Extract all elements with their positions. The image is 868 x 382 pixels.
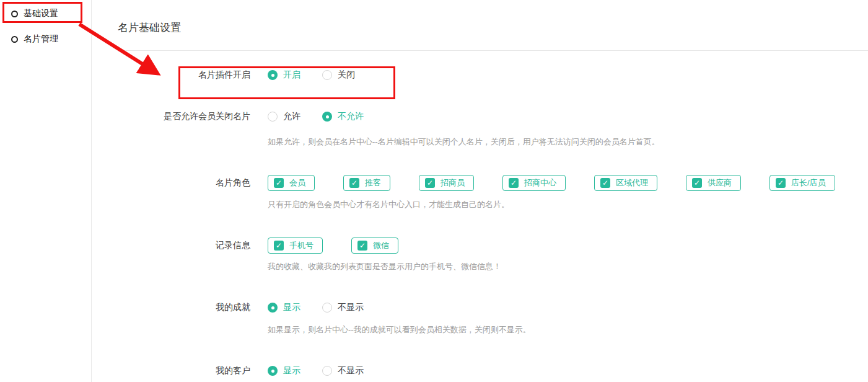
checkbox-option[interactable]: ✓会员 <box>268 175 315 191</box>
help-text: 我的收藏、收藏我的列表页面是否显示用户的手机号、微信信息！ <box>268 261 501 272</box>
checkbox-label: 推客 <box>365 177 381 189</box>
radio-option[interactable]: 不允许 <box>322 111 364 122</box>
checkbox-option[interactable]: ✓供应商 <box>686 175 741 191</box>
radio-label: 开启 <box>283 69 300 81</box>
radio-group: 显示不显示 <box>268 302 385 313</box>
sidebar-item-card-management[interactable]: 名片管理 <box>11 32 58 46</box>
sidebar: 基础设置 名片管理 <box>0 0 92 382</box>
field-label: 是否允许会员关闭名片 <box>118 111 250 122</box>
page-title: 名片基础设置 <box>118 20 181 35</box>
radio-option[interactable]: 显示 <box>268 302 300 313</box>
help-text: 只有开启的角色会员中心才有名片中心入口，才能生成自己的名片。 <box>268 199 509 210</box>
page: 基础设置 名片管理 名片基础设置 名片插件开启开启关闭是否允许会员关闭名片允许不… <box>0 0 868 382</box>
checkbox-checked-icon: ✓ <box>274 178 284 188</box>
checkbox-group: ✓手机号✓微信 <box>268 238 427 254</box>
radio-icon <box>268 303 278 313</box>
checkbox-option[interactable]: ✓区域代理 <box>594 175 657 191</box>
radio-icon <box>322 303 332 313</box>
radio-option[interactable]: 关闭 <box>322 69 355 81</box>
radio-option[interactable]: 开启 <box>268 69 300 81</box>
help-text: 如果显示，则名片中心--我的成就可以看到会员相关数据，关闭则不显示。 <box>268 324 531 335</box>
checkbox-checked-icon: ✓ <box>692 178 702 188</box>
form-row: 我的成就显示不显示 <box>118 300 385 316</box>
radio-icon <box>268 112 278 122</box>
checkbox-checked-icon: ✓ <box>509 178 519 188</box>
radio-icon <box>322 366 332 376</box>
radio-icon <box>268 70 278 80</box>
field-label: 我的成就 <box>118 302 250 313</box>
checkbox-checked-icon: ✓ <box>357 241 367 251</box>
form-row: 名片角色✓会员✓推客✓招商员✓招商中心✓区域代理✓供应商✓店长/店员 <box>118 175 864 191</box>
radio-label: 显示 <box>283 302 300 313</box>
checkbox-group: ✓会员✓推客✓招商员✓招商中心✓区域代理✓供应商✓店长/店员 <box>268 175 864 191</box>
sidebar-item-label: 基础设置 <box>24 8 58 19</box>
radio-icon <box>322 112 332 122</box>
radio-option[interactable]: 显示 <box>268 365 300 376</box>
field-label: 记录信息 <box>118 240 250 251</box>
title-divider <box>118 50 868 51</box>
field-label: 名片插件开启 <box>118 69 250 81</box>
checkbox-option[interactable]: ✓推客 <box>343 175 390 191</box>
radio-label: 显示 <box>283 365 300 376</box>
radio-option[interactable]: 不显示 <box>322 302 364 313</box>
checkbox-option[interactable]: ✓招商中心 <box>502 175 566 191</box>
radio-icon <box>322 70 332 80</box>
checkbox-label: 招商员 <box>441 177 465 189</box>
checkbox-option[interactable]: ✓微信 <box>351 238 398 254</box>
checkbox-checked-icon: ✓ <box>600 178 610 188</box>
sidebar-item-basic-settings[interactable]: 基础设置 <box>11 7 58 20</box>
help-text: 如果允许，则会员在名片中心--名片编辑中可以关闭个人名片，关闭后，用户将无法访问… <box>268 136 660 148</box>
radio-option[interactable]: 不显示 <box>322 365 364 376</box>
radio-label: 不允许 <box>338 111 364 122</box>
checkbox-label: 店长/店员 <box>791 177 826 189</box>
circle-icon <box>11 36 18 43</box>
form-row: 名片插件开启开启关闭 <box>118 67 377 83</box>
field-label: 我的客户 <box>118 365 250 376</box>
radio-group: 允许不允许 <box>268 111 385 122</box>
circle-icon <box>11 11 18 17</box>
checkbox-label: 招商中心 <box>524 177 556 189</box>
checkbox-checked-icon: ✓ <box>349 178 359 188</box>
radio-label: 允许 <box>283 111 300 122</box>
radio-group: 开启关闭 <box>268 69 377 81</box>
checkbox-label: 会员 <box>289 177 305 189</box>
field-label: 名片角色 <box>118 177 250 189</box>
radio-icon <box>268 366 278 376</box>
checkbox-option[interactable]: ✓店长/店员 <box>769 175 835 191</box>
form-row: 是否允许会员关闭名片允许不允许 <box>118 109 385 125</box>
checkbox-checked-icon: ✓ <box>274 241 284 251</box>
checkbox-label: 微信 <box>373 240 389 251</box>
checkbox-label: 区域代理 <box>616 177 648 189</box>
radio-group: 显示不显示 <box>268 365 385 376</box>
checkbox-label: 供应商 <box>708 177 732 189</box>
checkbox-checked-icon: ✓ <box>425 178 435 188</box>
radio-label: 不显示 <box>338 302 364 313</box>
checkbox-option[interactable]: ✓招商员 <box>419 175 474 191</box>
radio-label: 关闭 <box>338 69 355 81</box>
checkbox-checked-icon: ✓ <box>776 178 786 188</box>
checkbox-label: 手机号 <box>289 240 313 251</box>
form-row: 记录信息✓手机号✓微信 <box>118 238 427 254</box>
radio-label: 不显示 <box>338 365 364 376</box>
sidebar-item-label: 名片管理 <box>24 33 58 45</box>
radio-option[interactable]: 允许 <box>268 111 300 122</box>
form-row: 我的客户显示不显示 <box>118 363 385 379</box>
checkbox-option[interactable]: ✓手机号 <box>268 238 323 254</box>
